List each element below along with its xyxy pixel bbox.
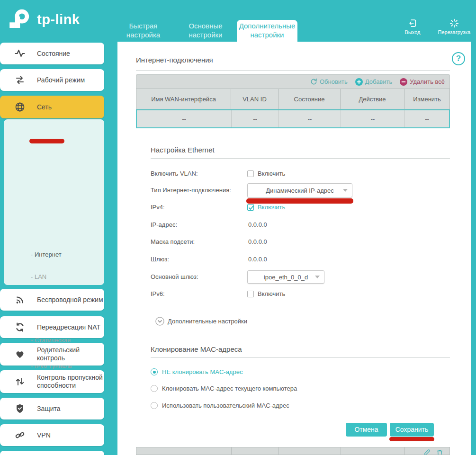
page-title: Интернет-подключения (136, 56, 213, 64)
logout-icon (407, 18, 418, 28)
section-divider (151, 357, 450, 358)
annotation-underline-save (389, 437, 434, 441)
add-label: Добавить (365, 78, 392, 85)
tab-label: Дополнительные настройки (239, 22, 296, 39)
tab-basic-settings[interactable]: Основные настройки (179, 21, 232, 39)
radio-option-no-clone[interactable]: НЕ клонировать MAC-адрес (151, 368, 242, 375)
logo-text: tp-link (37, 12, 80, 27)
sidebar-item-operation-mode[interactable]: Рабочий режим (0, 69, 104, 91)
column-divider (231, 447, 232, 455)
cancel-button[interactable]: Отмена (346, 423, 387, 437)
network-submenu: - Интернет - LAN - Группировка интерфейс… (4, 119, 104, 285)
connection-type-select[interactable]: Динамический IP-адрес (247, 183, 352, 197)
sidebar-item-nat-forwarding[interactable]: Переадресация NAT (0, 316, 104, 338)
ip-address-value: 0.0.0.0 (248, 221, 267, 228)
refresh-icon (310, 78, 317, 85)
gateway-value: 0.0.0.0 (248, 256, 267, 263)
submenu-item-internet[interactable]: - Интернет (31, 250, 102, 259)
column-divider (341, 447, 341, 455)
ipv4-checkbox-label: Включить (258, 204, 285, 211)
column-header-vlan-id: VLAN ID (231, 89, 278, 109)
sidebar-item-status[interactable]: Состояние (0, 43, 104, 64)
tab-label: Основные настройки (189, 22, 222, 39)
default-gateway-label: Основной шлюз: (151, 273, 198, 280)
tplink-logo: tp-link (6, 7, 80, 32)
default-gateway-select[interactable]: ipoe_eth_0_0_d (247, 270, 324, 284)
minus-icon (400, 78, 407, 86)
edit-icon[interactable] (423, 449, 430, 455)
add-button[interactable]: Добавить (355, 78, 392, 86)
section-title-mac-clone: Клонирование MAC-адреса (151, 345, 242, 353)
vlan-checkbox[interactable] (247, 170, 254, 177)
tab-label: Быстрая настройка (126, 22, 160, 39)
nat-cycle-icon (14, 321, 26, 333)
radio-icon[interactable] (151, 402, 158, 409)
ipv6-checkbox[interactable] (247, 291, 254, 297)
reboot-button[interactable]: Перезагрузка (434, 18, 474, 35)
sidebar-item-wireless[interactable]: Беспроводной режим (0, 289, 104, 311)
tab-advanced-settings[interactable]: Дополнительные настройки (237, 20, 297, 42)
mode-switch-icon (14, 74, 26, 86)
column-divider (404, 447, 405, 455)
sidebar-item-label: Рабочий режим (37, 76, 104, 84)
logout-button[interactable]: Выход (400, 18, 425, 35)
vlan-enable-label: Включить VLAN: (151, 170, 198, 177)
advanced-settings-label: Дополнительные настройки (168, 318, 247, 325)
ipv6-checkbox-label: Включить (258, 290, 285, 297)
radio-option-custom-mac[interactable]: Использовать пользовательский MAC-адрес (151, 402, 289, 409)
radio-label: Клонировать MAC-адрес текущего компьютер… (162, 385, 297, 392)
radio-icon[interactable] (151, 385, 158, 392)
ipv4-checkbox[interactable] (247, 204, 254, 211)
refresh-button[interactable]: Обновить (310, 78, 348, 85)
cell-status: -- (279, 110, 341, 127)
save-button[interactable]: Сохранить (390, 423, 434, 437)
advanced-settings-toggle[interactable]: Дополнительные настройки (155, 317, 247, 326)
ipv6-label: IPv6: (151, 290, 165, 297)
reboot-icon (449, 18, 459, 28)
sidebar-item-bandwidth-control[interactable]: Контроль пропускной способности (0, 370, 104, 393)
sidebar-item-label: Контроль пропускной способности (37, 374, 104, 390)
section-title-ethernet: Настройка Ethernet (151, 146, 215, 154)
tab-quick-setup[interactable]: Быстрая настройка (118, 21, 168, 39)
sidebar-item-network[interactable]: Сеть (0, 96, 104, 118)
sidebar-item-parental-controls[interactable]: Родительский контроль (0, 343, 104, 366)
chevron-down-circle-icon (155, 317, 164, 326)
vlan-enable-control[interactable]: Включить (247, 170, 285, 177)
reboot-label: Перезагрузка (438, 29, 471, 35)
section-divider (151, 158, 450, 159)
cell-wan-name: -- (137, 110, 232, 127)
subnet-mask-value: 0.0.0.0 (248, 238, 267, 245)
radio-selected-icon[interactable] (151, 368, 158, 375)
cell-modify: -- (405, 110, 449, 127)
annotation-underline-connection-type (246, 198, 353, 204)
ipv6-enable-control[interactable]: Включить (247, 290, 285, 297)
shield-icon (14, 403, 26, 414)
gateway-label: Шлюз: (151, 256, 169, 263)
main-content-panel: Интернет-подключения ? Обновить Добавить… (117, 42, 471, 455)
table-row[interactable]: -- -- -- -- -- (136, 109, 450, 128)
ip-address-label: IP-адрес: (151, 221, 177, 228)
logout-label: Выход (405, 29, 421, 35)
wifi-icon (14, 294, 26, 305)
submenu-item-lan[interactable]: - LAN (31, 273, 102, 281)
sidebar-item-vpn[interactable]: VPN (0, 424, 104, 446)
column-divider (278, 447, 279, 455)
ipv4-enable-control[interactable]: Включить (247, 204, 285, 211)
tplink-logo-icon (6, 7, 32, 32)
plus-icon (355, 78, 363, 86)
sidebar-item-label: Родительский контроль (37, 346, 104, 362)
sidebar-item-label: Сеть (37, 103, 104, 111)
next-table-partial-row (136, 447, 450, 455)
radio-option-clone-current[interactable]: Клонировать MAC-адрес текущего компьютер… (151, 385, 297, 392)
title-divider (136, 70, 450, 71)
sidebar-item-partial[interactable] (0, 451, 104, 455)
sidebar-item-security[interactable]: Защита (0, 398, 104, 419)
sidebar-item-label: Защита (37, 405, 104, 413)
trash-icon[interactable] (437, 449, 443, 455)
wan-table-header-row: Имя WAN-интерфейса VLAN ID Состояние Дей… (136, 89, 450, 109)
help-icon[interactable]: ? (452, 52, 465, 65)
subnet-mask-label: Маска подсети: (151, 238, 195, 245)
sidebar-item-label: Состояние (37, 50, 104, 58)
sidebar-item-label: Беспроводной режим (37, 296, 104, 304)
delete-all-button[interactable]: Удалить всё (400, 78, 445, 86)
